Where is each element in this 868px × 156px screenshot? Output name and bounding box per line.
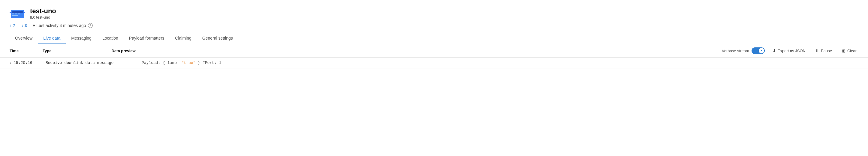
verbose-stream-label: Verbose stream <box>722 49 749 53</box>
toggle-knob: ✕ <box>759 48 764 53</box>
type-column-header: Type <box>42 49 51 53</box>
help-icon[interactable]: ? <box>88 23 93 28</box>
pause-button[interactable]: ⏸ Pause <box>813 47 834 54</box>
svg-rect-5 <box>12 15 18 16</box>
row-payload: Payload: { lamp: "true" } FPort: 1 <box>142 61 858 65</box>
trash-icon: 🗑 <box>842 48 846 53</box>
up-count: 7 <box>13 23 15 28</box>
export-json-button[interactable]: ⬇ Export as JSON <box>771 47 807 54</box>
pause-icon: ⏸ <box>815 48 819 53</box>
svg-rect-6 <box>10 12 11 12</box>
clear-label: Clear <box>847 49 857 53</box>
toolbar-right: Verbose stream ✕ ⬇ Export as JSON ⏸ Paus… <box>722 47 858 54</box>
verbose-stream-toggle[interactable]: ✕ <box>751 48 765 54</box>
activity-dot <box>33 25 35 26</box>
download-icon: ⬇ <box>773 48 776 53</box>
data-toolbar: Time Type Data preview Verbose stream ✕ … <box>0 44 868 58</box>
device-stats: ↑ 7 ↓ 3 Last activity 4 minutes ago ? <box>10 23 858 28</box>
tab-general-settings[interactable]: General settings <box>197 33 238 44</box>
down-arrow-icon: ↓ <box>21 23 23 28</box>
svg-rect-4 <box>18 13 21 14</box>
device-title: test-uno ID: test-uno <box>30 7 56 20</box>
tab-live-data[interactable]: Live data <box>38 33 66 44</box>
stat-down: ↓ 3 <box>21 23 27 28</box>
last-activity: Last activity 4 minutes ago ? <box>33 23 93 28</box>
row-type-value: Receive downlink data message <box>45 61 114 65</box>
row-time: ↓ 15:20:16 <box>10 61 45 65</box>
clear-button[interactable]: 🗑 Clear <box>840 47 858 54</box>
data-preview-header: Data preview <box>112 49 136 53</box>
payload-prefix: Payload: { lamp: <box>142 61 182 65</box>
last-activity-text: Last activity 4 minutes ago <box>37 23 86 28</box>
up-arrow-icon: ↑ <box>10 23 12 28</box>
device-id: ID: test-uno <box>30 15 56 20</box>
toolbar-left: Time Type Data preview <box>10 49 136 53</box>
page-header: test-uno ID: test-uno ↑ 7 ↓ 3 Last activ… <box>0 0 868 44</box>
device-name: test-uno <box>30 7 56 15</box>
stat-up: ↑ 7 <box>10 23 15 28</box>
device-icon <box>10 7 25 20</box>
svg-rect-1 <box>12 11 23 13</box>
svg-rect-7 <box>23 12 25 12</box>
tab-payload-formatters[interactable]: Payload formatters <box>124 33 170 44</box>
svg-rect-2 <box>12 13 14 14</box>
pause-label: Pause <box>821 49 832 53</box>
row-time-value: 15:20:16 <box>13 61 32 65</box>
tab-messaging[interactable]: Messaging <box>66 33 97 44</box>
tab-location[interactable]: Location <box>97 33 124 44</box>
receive-arrow-icon: ↓ <box>10 61 12 65</box>
svg-rect-3 <box>15 13 18 14</box>
verbose-stream-control: Verbose stream ✕ <box>722 48 765 54</box>
payload-value: "true" <box>182 61 196 65</box>
tab-claiming[interactable]: Claiming <box>169 33 196 44</box>
device-info: test-uno ID: test-uno <box>10 7 858 20</box>
table-row: ↓ 15:20:16 Receive downlink data message… <box>0 58 868 68</box>
down-count: 3 <box>25 23 27 28</box>
tabs-nav: Overview Live data Messaging Location Pa… <box>10 33 858 44</box>
row-type: Receive downlink data message <box>45 61 142 65</box>
tab-overview[interactable]: Overview <box>10 33 38 44</box>
time-column-header: Time <box>10 49 19 53</box>
export-json-label: Export as JSON <box>778 49 806 53</box>
payload-suffix: } FPort: 1 <box>195 61 221 65</box>
